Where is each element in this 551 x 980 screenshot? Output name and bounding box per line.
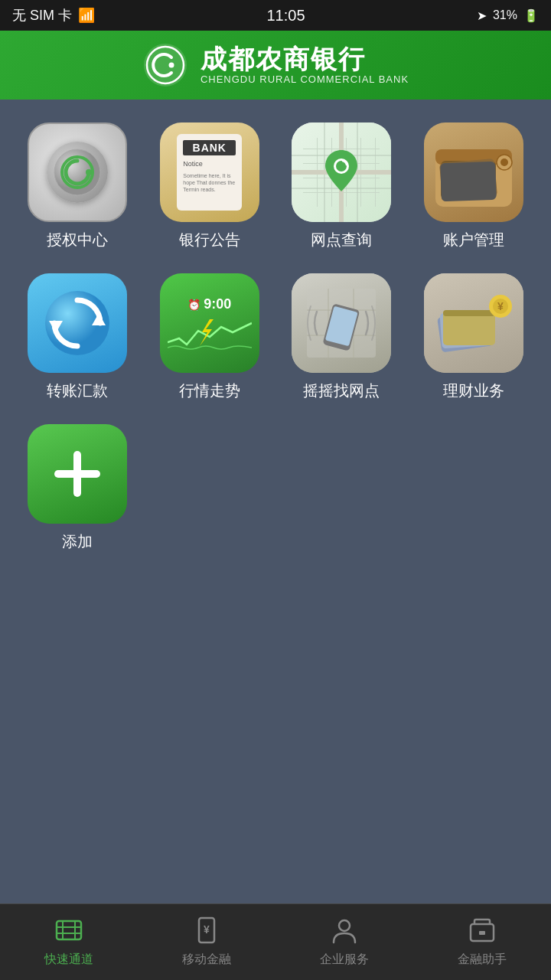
svg-point-2 [168,63,174,68]
app-header: 成都农商银行 CHENGDU RURAL COMMERCIAL BANK [0,31,551,100]
app-icon-notice: BANK Notice Sometime here, It is hope Th… [160,122,259,222]
nav-item-enterprise[interactable]: 企业服务 [276,904,413,980]
svg-point-20 [500,158,508,166]
mobile-icon: ¥ [193,916,220,947]
svg-point-48 [339,920,350,931]
nav-item-assistant[interactable]: 金融助手 [413,904,551,980]
status-right: ➤ 31% 🔋 [477,8,539,23]
bank-name-english: CHENGDU RURAL COMMERCIAL BANK [201,74,409,85]
svg-rect-41 [57,921,81,939]
svg-text:¥: ¥ [204,923,210,936]
enterprise-icon [331,916,358,947]
battery-text: 31% [493,8,517,22]
app-grid: 授权中心 BANK Notice Sometime here, It is ho… [0,100,551,567]
nav-label-mobile: 移动金融 [182,952,231,968]
app-item-auth[interactable]: 授权中心 [15,122,140,250]
app-item-account[interactable]: 账户管理 [412,122,536,250]
app-item-finance[interactable]: ¥ 理财业务 [412,273,536,401]
battery-icon: 🔋 [523,8,539,23]
location-icon: ➤ [477,8,487,23]
app-label-shake: 摇摇找网点 [303,381,380,401]
bank-name-chinese: 成都农商银行 [201,45,409,74]
nav-label-enterprise: 企业服务 [320,952,369,968]
nav-label-quick: 快速通道 [44,952,93,968]
quick-icon [55,916,83,947]
svg-text:¥: ¥ [497,300,504,312]
app-label-finance: 理财业务 [443,381,504,401]
app-item-notice[interactable]: BANK Notice Sometime here, It is hope Th… [148,122,272,250]
bottom-navigation: 快速通道 ¥ 移动金融 企业服务 金融助手 [0,903,551,980]
app-icon-transfer [28,273,127,373]
svg-rect-50 [479,931,485,935]
app-label-account: 账户管理 [443,230,504,250]
app-item-add[interactable]: 添加 [15,424,140,552]
app-label-transfer: 转账汇款 [47,381,108,401]
app-item-market[interactable]: ⏰ 9:00 行情走势 [148,273,272,401]
nav-label-assistant: 金融助手 [458,952,507,968]
wifi-icon: 📶 [78,7,95,24]
app-label-notice: 银行公告 [179,230,240,250]
app-label-auth: 授权中心 [47,230,108,250]
app-icon-add [28,424,127,524]
app-item-shake[interactable]: 摇摇找网点 [279,273,404,401]
nav-item-quick[interactable]: 快速通道 [0,904,138,980]
bank-logo [142,42,188,88]
app-icon-market: ⏰ 9:00 [160,273,259,373]
app-label-market: 行情走势 [179,381,240,401]
app-item-location[interactable]: 网点查询 [279,122,404,250]
app-icon-auth [28,122,127,222]
svg-rect-18 [440,162,497,201]
app-icon-shake [292,273,391,373]
svg-point-0 [144,44,187,87]
app-icon-finance: ¥ [424,273,523,373]
carrier-text: 无 SIM 卡 [12,6,72,24]
app-icon-location [292,122,391,222]
assistant-icon [468,916,496,947]
app-item-transfer[interactable]: 转账汇款 [15,273,140,401]
header-text-group: 成都农商银行 CHENGDU RURAL COMMERCIAL BANK [201,45,409,85]
svg-point-5 [86,169,92,175]
svg-rect-40 [54,470,100,478]
nav-item-mobile[interactable]: ¥ 移动金融 [138,904,276,980]
status-bar: 无 SIM 卡 📶 11:05 ➤ 31% 🔋 [0,0,551,31]
status-left: 无 SIM 卡 📶 [12,6,95,24]
app-label-add: 添加 [62,531,93,552]
app-icon-account [424,122,523,222]
status-time: 11:05 [266,7,305,24]
app-label-location: 网点查询 [311,230,372,250]
empty-area [0,567,551,720]
svg-rect-35 [443,310,495,316]
